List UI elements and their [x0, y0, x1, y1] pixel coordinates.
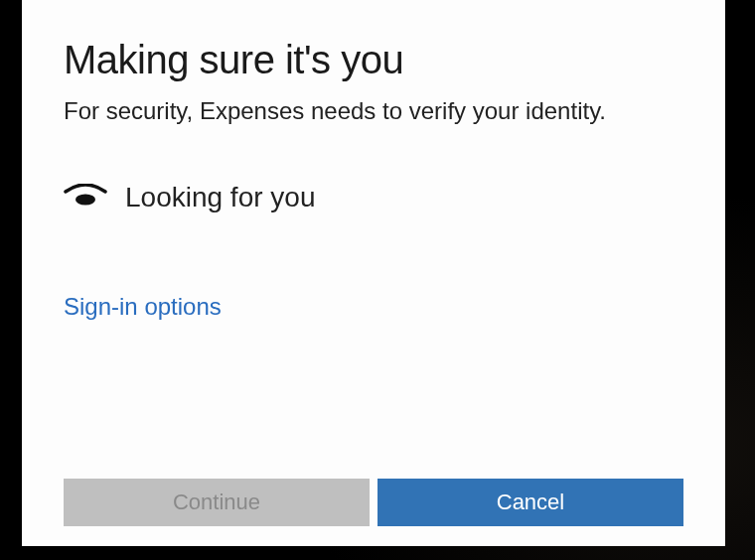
- continue-button: Continue: [64, 479, 370, 526]
- button-row: Continue Cancel: [64, 479, 683, 526]
- dialog-subtitle: For security, Expenses needs to verify y…: [64, 95, 683, 126]
- cancel-button[interactable]: Cancel: [378, 479, 683, 526]
- status-text: Looking for you: [125, 182, 315, 213]
- spacer: [64, 321, 683, 469]
- eye-icon: [64, 184, 107, 211]
- signin-options-link[interactable]: Sign-in options: [64, 293, 683, 321]
- verification-dialog: Making sure it's you For security, Expen…: [22, 0, 725, 546]
- dialog-title: Making sure it's you: [64, 38, 683, 81]
- status-row: Looking for you: [64, 182, 683, 213]
- svg-point-0: [76, 195, 95, 206]
